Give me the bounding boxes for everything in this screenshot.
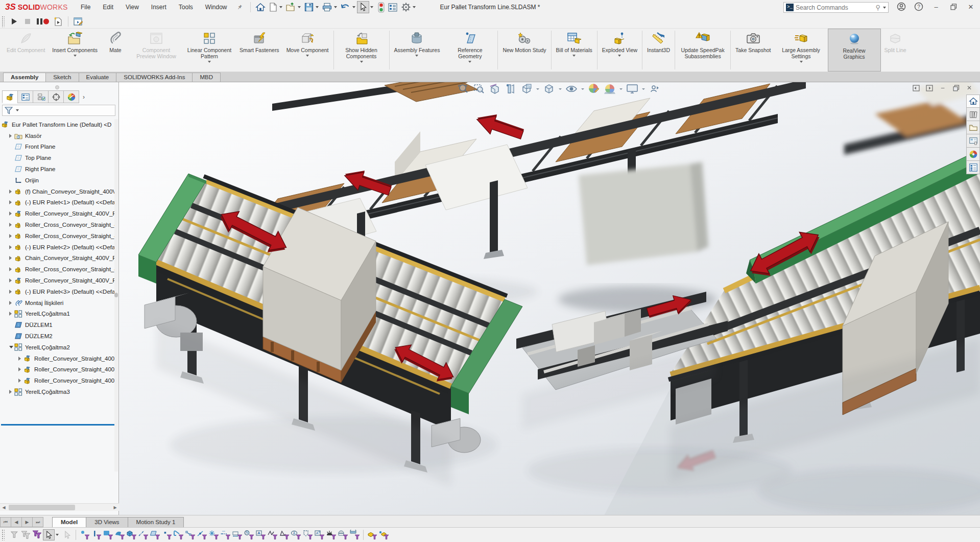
dropdown-arrow[interactable] — [468, 61, 471, 63]
ribbon-show-hidden-components[interactable]: Show Hidden Components — [335, 29, 388, 72]
ribbon-insert-components[interactable]: Insert Components — [49, 29, 101, 72]
filter-vertices-button[interactable] — [79, 529, 90, 540]
new-document-button[interactable] — [267, 1, 284, 13]
menu-tools[interactable]: Tools — [174, 2, 198, 13]
tree-horizontal-scrollbar[interactable]: ◀ ▶ — [0, 503, 119, 511]
stop-macro-button[interactable] — [21, 16, 34, 27]
ribbon-large-assembly-settings[interactable]: Large Assembly Settings — [775, 29, 828, 72]
filter-blocks-button[interactable] — [337, 529, 349, 540]
tree-root[interactable]: Eur Pallet Transform Line (Default) <D — [0, 119, 115, 130]
tree-item-right-plane[interactable]: Right Plane — [0, 163, 115, 175]
run-macro-button[interactable] — [8, 16, 21, 27]
filter-annotations-button[interactable] — [325, 529, 337, 540]
ribbon-take-snapshot[interactable]: Take Snapshot — [732, 29, 774, 72]
toggle-selection-filter-toolbar-button[interactable] — [31, 529, 43, 540]
select-tool-button[interactable] — [357, 1, 369, 13]
dropdown-arrow[interactable] — [352, 6, 355, 8]
close-button[interactable]: ✕ — [963, 0, 978, 13]
tree-item-local-pattern-1[interactable]: YerelLÇoğaltma1 — [0, 309, 115, 320]
dimxpert-manager-tab[interactable] — [48, 90, 64, 103]
print-button[interactable] — [320, 1, 339, 13]
filter-datum-targets-button[interactable]: A — [314, 529, 325, 540]
taskpane-custom-properties-tab[interactable] — [966, 161, 980, 174]
tree-item-roller-conveyor-1[interactable]: Roller_Conveyor_Straight_400V_Fl — [0, 208, 115, 219]
ribbon-update-speedpak[interactable]: Update SpeedPak Subassemblies — [676, 29, 729, 72]
filter-welds-button[interactable] — [278, 529, 290, 540]
tab-sketch[interactable]: Sketch — [45, 73, 79, 82]
filter-solid-bodies-button[interactable] — [126, 529, 137, 540]
tree-item-top-plane[interactable]: Top Plane — [0, 152, 115, 163]
dropdown-arrow[interactable] — [413, 6, 416, 8]
tab-motion-study-1[interactable]: Motion Study 1 — [128, 517, 184, 527]
filter-edges-button[interactable] — [90, 529, 102, 540]
dropdown-arrow[interactable] — [298, 6, 301, 8]
ribbon-mate[interactable]: Mate — [101, 29, 130, 72]
doc-restore-icon[interactable] — [951, 83, 961, 92]
tree-item-folder[interactable]: Klasör — [0, 130, 115, 142]
filter-center-marks-button[interactable] — [208, 529, 220, 540]
pane-left-icon[interactable] — [912, 83, 921, 92]
tree-item-local-pattern-3[interactable]: YerelLÇoğaltma3 — [0, 386, 115, 397]
tree-item-eur-palet-1[interactable]: (-) EUR Palet<1> (Default) <<Defa — [0, 197, 115, 208]
filter-dimensions-button[interactable] — [231, 529, 243, 540]
filter-datums-button[interactable] — [302, 529, 314, 540]
tree-item-local-pattern-2[interactable]: YerelLÇoğaltma2 — [0, 342, 115, 353]
select-cursor-dropdown[interactable] — [56, 534, 59, 536]
filter-dropdown-arrow[interactable] — [16, 109, 19, 111]
display-style-icon[interactable] — [543, 83, 555, 95]
filter-faces-button[interactable] — [102, 529, 114, 540]
menu-edit[interactable]: Edit — [98, 2, 118, 13]
ribbon-bill-of-materials[interactable]: Bill of Materials — [553, 29, 596, 72]
dropdown-arrow[interactable] — [415, 55, 418, 57]
rebuild-button[interactable] — [376, 1, 386, 13]
search-icon[interactable]: ⚲ — [875, 4, 880, 11]
dropdown-arrow[interactable] — [360, 61, 363, 63]
ribbon-realview-graphics[interactable]: RealView Graphics — [828, 29, 881, 72]
dropdown-arrow[interactable] — [800, 61, 803, 63]
filter-sketch-points-button[interactable] — [161, 529, 173, 540]
dropdown-arrow[interactable] — [208, 61, 211, 63]
rollback-bar[interactable] — [1, 424, 115, 426]
filter-surface-bodies-button[interactable] — [114, 529, 126, 540]
pane-right-icon[interactable] — [925, 83, 934, 92]
tree-item-pattern-roller-2[interactable]: Roller_Conveyor_Straight_400 — [0, 364, 115, 375]
toolbar-grip[interactable] — [2, 529, 5, 540]
taskpane-view-palette-tab[interactable] — [966, 134, 980, 148]
scroll-left-arrow[interactable]: ◀ — [0, 504, 8, 511]
section-view-icon[interactable] — [489, 83, 501, 95]
next-tab-button[interactable]: ▶ — [21, 517, 33, 527]
dropdown-arrow[interactable] — [306, 55, 309, 57]
dropdown-arrow[interactable] — [74, 55, 77, 57]
pin-menu-icon[interactable]: 🖈 — [234, 2, 245, 12]
apply-scene-icon[interactable] — [604, 83, 616, 95]
tabs-overflow-chevron[interactable]: › — [79, 90, 89, 103]
scrollbar-thumb[interactable] — [114, 293, 118, 297]
tree-item-roller-cross-2[interactable]: Roller_Cross_Conveyor_Straight_4 — [0, 230, 115, 242]
filter-axes-button[interactable] — [137, 529, 149, 540]
tree-item-roller-cross-1[interactable]: Roller_Cross_Conveyor_Straight_4 — [0, 219, 115, 230]
prev-tab-button[interactable]: ◀ — [11, 517, 22, 527]
dropdown-arrow[interactable] — [279, 6, 282, 8]
ribbon-move-component[interactable]: Move Component — [283, 29, 332, 72]
dynamic-annotation-icon[interactable] — [505, 83, 517, 95]
search-commands-box[interactable]: >_ ⚲ — [783, 2, 889, 13]
tree-item-mates[interactable]: Montaj İlişkileri — [0, 297, 115, 309]
filter-midpoints-button[interactable] — [196, 529, 208, 540]
tree-item-eur-palet-2[interactable]: (-) EUR Palet<2> (Default) <<Defa — [0, 242, 115, 253]
property-manager-tab[interactable] — [17, 90, 33, 103]
display-manager-tab[interactable] — [63, 90, 79, 103]
view-settings-icon[interactable] — [626, 83, 638, 95]
filter-planes-button[interactable] — [149, 529, 161, 540]
select-cursor-button[interactable] — [43, 529, 55, 540]
menu-file[interactable]: File — [76, 2, 95, 13]
open-button[interactable] — [284, 1, 302, 13]
search-scope-icon[interactable]: >_ — [786, 4, 794, 11]
minimize-button[interactable]: – — [928, 0, 944, 13]
ribbon-reference-geometry[interactable]: Reference Geometry — [443, 29, 496, 72]
tree-filter-row[interactable] — [2, 105, 115, 116]
filter-sketch-segments-button[interactable] — [184, 529, 196, 540]
tree-item-eur-palet-3[interactable]: (-) EUR Palet<3> (Default) <<Defa — [0, 286, 115, 297]
tab-mbd[interactable]: MBD — [192, 73, 221, 82]
rotate-view-icon[interactable] — [649, 83, 661, 95]
filter-routing-points-button[interactable] — [378, 529, 390, 540]
